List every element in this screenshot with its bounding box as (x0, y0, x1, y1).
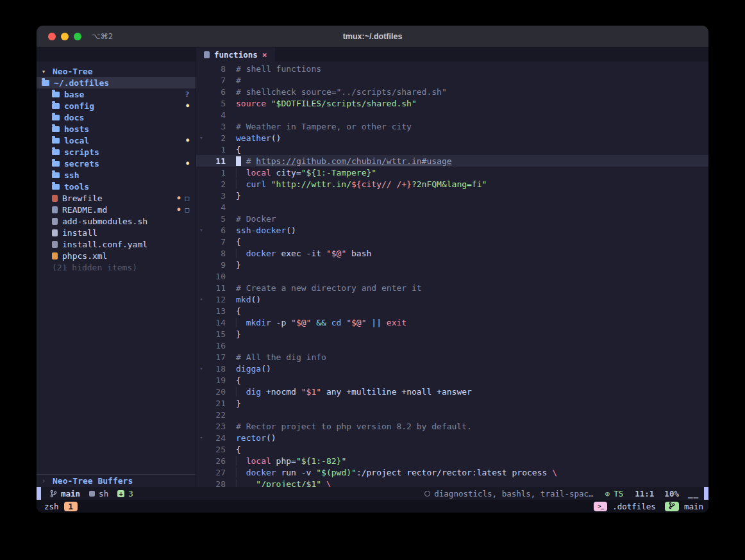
code-line[interactable]: 27▏ docker run -v "$(pwd)":/project rect… (196, 466, 708, 478)
code-line[interactable]: ▾12mkd() (196, 293, 708, 305)
tree-item-label: scripts (64, 147, 99, 157)
code-line[interactable]: 19{ (196, 374, 708, 386)
tree-root-dotfiles[interactable]: ~/.dotfiles (37, 77, 196, 88)
code-line[interactable]: ▾2weather() (196, 132, 708, 144)
code-line[interactable]: 7# (196, 74, 708, 86)
code-line[interactable]: 9} (196, 259, 708, 270)
titlebar[interactable]: ⌥⌘2 tmux:~/.dotfiles (37, 26, 708, 47)
code-line[interactable]: 2▏ curl "http://wttr.in/${city// /+}?2nF… (196, 178, 708, 190)
folder-icon (52, 149, 60, 155)
folder-icon (52, 92, 60, 97)
git-branch-icon (669, 502, 675, 511)
code-line[interactable]: ▾6ssh-docker() (196, 224, 708, 236)
code-line[interactable]: 1▏ local city="${1:-Tampere}" (196, 167, 708, 178)
close-button[interactable] (48, 33, 56, 40)
code-line[interactable]: 3} (196, 190, 708, 201)
fold-chevron-icon[interactable]: ▾ (196, 135, 206, 141)
code-line[interactable]: 23# Rector project to php version 8.2 by… (196, 420, 708, 432)
git-branch-name: main (61, 489, 80, 498)
tree-item-install[interactable]: install (37, 227, 196, 238)
code-line[interactable]: 25{ (196, 443, 708, 455)
close-icon[interactable]: × (262, 50, 267, 60)
tab-label: functions (214, 50, 258, 60)
tree-item-scripts[interactable]: scripts (37, 146, 196, 158)
git-status-badges: ●□ (178, 206, 189, 213)
tree-item-install.conf.yaml[interactable]: install.conf.yaml (37, 238, 196, 250)
fold-chevron-icon[interactable]: ▾ (196, 296, 206, 302)
line-text: { (236, 306, 708, 316)
code-line[interactable]: 16 (196, 340, 708, 351)
tree-item-label: Brewfile (62, 194, 103, 203)
code-line[interactable]: 22 (196, 409, 708, 420)
code-line[interactable]: 1{ (196, 144, 708, 155)
git-status-badge: ● (186, 161, 189, 166)
tree-item-ssh[interactable]: ssh (37, 169, 196, 181)
tree-item-hosts[interactable]: hosts (37, 123, 196, 135)
code-line[interactable]: 13{ (196, 305, 708, 317)
code-line[interactable]: 8# shell functions (196, 63, 708, 74)
fold-chevron-icon[interactable]: ▾ (196, 434, 206, 441)
code-line[interactable]: 15} (196, 328, 708, 340)
tree-item-base[interactable]: base? (37, 88, 196, 100)
tmux-window-index-badge[interactable]: 1 (64, 502, 78, 511)
code-line[interactable]: 4 (196, 109, 708, 120)
neotree-title: Neo-Tree (53, 67, 93, 76)
treesitter-label: TS (614, 489, 623, 498)
line-number: 5 (206, 99, 226, 108)
code-line[interactable]: 20▏ dig +nocmd "$1" any +multiline +noal… (196, 386, 708, 397)
tree-item-local[interactable]: local● (37, 135, 196, 146)
code-line[interactable]: 10 (196, 270, 708, 282)
fold-chevron-icon[interactable]: ▾ (196, 365, 206, 372)
neotree-header[interactable]: ▾ Neo-Tree (37, 65, 196, 77)
tree-item-label: install.conf.yaml (62, 240, 147, 249)
code-line[interactable]: ▾24rector() (196, 432, 708, 443)
git-status-badge: ● (178, 207, 181, 212)
line-number: 19 (206, 375, 226, 385)
tree-item-secrets[interactable]: secrets● (37, 158, 196, 169)
line-number: 3 (206, 122, 226, 131)
brew-file-icon (52, 195, 58, 202)
tree-item-docs[interactable]: docs (37, 111, 196, 123)
code-line[interactable]: 14▏ mkdir -p "$@" && cd "$@" || exit (196, 317, 708, 328)
code-line[interactable]: 6# shellcheck source="../scripts/shared.… (196, 86, 708, 97)
code-line[interactable]: 21} (196, 397, 708, 409)
tree-item-tools[interactable]: tools (37, 181, 196, 192)
code-line[interactable]: 5source "$DOTFILES/scripts/shared.sh" (196, 97, 708, 109)
line-text: ssh-docker() (236, 226, 708, 235)
minimize-button[interactable] (61, 33, 69, 40)
tree-item-phpcs.xml[interactable]: phpcs.xml (37, 250, 196, 261)
line-text: } (236, 329, 708, 339)
code-line[interactable]: 11# Create a new directory and enter it (196, 282, 708, 293)
tree-item-label: tools (64, 182, 89, 192)
code-line[interactable]: ▾18digga() (196, 363, 708, 374)
window-title: tmux:~/.dotfiles (37, 32, 708, 41)
tree-item-Brewfile[interactable]: Brewfile●□ (37, 192, 196, 204)
line-text: # All the dig info (236, 352, 708, 362)
fold-chevron-icon[interactable]: ▾ (196, 227, 206, 233)
code-line[interactable]: 26▏ local php="${1:-82}" (196, 455, 708, 466)
code-line[interactable]: 3# Weather in Tampere, or other city (196, 120, 708, 132)
tmux-window-name[interactable]: zsh (44, 502, 59, 511)
tree-root-label: ~/.dotfiles (54, 78, 109, 88)
code-line[interactable]: 4 (196, 201, 708, 213)
diff-add-icon: + (117, 490, 124, 497)
line-number: 4 (206, 202, 226, 212)
zoom-button[interactable] (74, 33, 81, 40)
tree-item-add-submodules.sh[interactable]: add-submodules.sh (37, 215, 196, 227)
code-line[interactable]: 17# All the dig info (196, 351, 708, 363)
neotree-buffers-header[interactable]: › Neo-Tree Buffers (37, 474, 196, 487)
editor[interactable]: 8# shell functions7#6# shellcheck source… (196, 62, 708, 487)
tab-functions[interactable]: functions × (196, 47, 275, 62)
code-line[interactable]: 7{ (196, 236, 708, 247)
code-line[interactable]: 11 # https://github.com/chubin/wttr.in#u… (196, 155, 708, 167)
line-text: # Create a new directory and enter it (236, 283, 708, 293)
code-line[interactable]: 8▏ docker exec -it "$@" bash (196, 247, 708, 259)
terminal-icon-pill: >_ (594, 502, 607, 511)
code-line[interactable]: 28▏ "/project/$1" \ (196, 478, 708, 487)
line-number: 23 (206, 422, 226, 431)
code-line[interactable]: 5# Docker (196, 213, 708, 224)
neotree-sidebar: ▾ Neo-Tree ~/.dotfiles base?config●docsh… (37, 62, 196, 487)
tree-item-config[interactable]: config● (37, 100, 196, 111)
folder-icon (52, 138, 60, 144)
tree-item-README.md[interactable]: README.md●□ (37, 204, 196, 215)
